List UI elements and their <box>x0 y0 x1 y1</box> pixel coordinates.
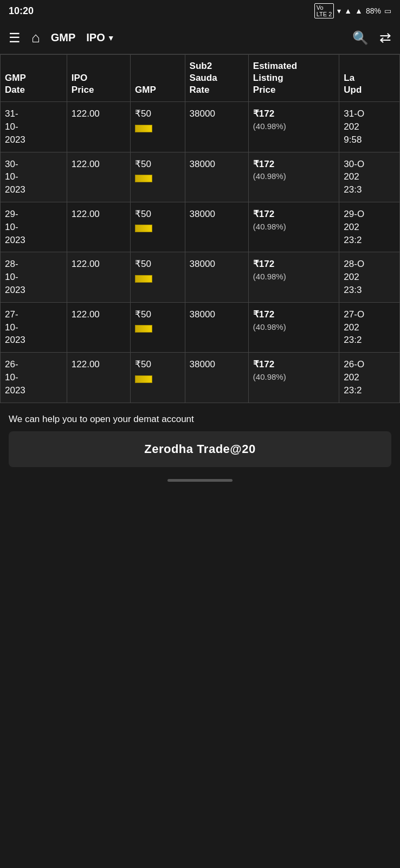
cell-ipo-price: 122.00 <box>67 353 130 403</box>
gmp-indicator <box>135 175 152 182</box>
cell-gmp: ₹50 <box>131 102 185 152</box>
cell-date: 29-10-2023 <box>1 202 67 252</box>
cell-ipo-price: 122.00 <box>67 202 130 252</box>
est-percent-value: (40.98%) <box>253 371 335 382</box>
ipo-dropdown[interactable]: IPO ▼ <box>86 31 114 44</box>
cell-ipo-price: 122.00 <box>67 302 130 352</box>
cell-sub2-rate: 38000 <box>185 252 248 302</box>
wifi-icon: ▾ <box>337 7 341 15</box>
cell-sub2-rate: 38000 <box>185 353 248 403</box>
col-header-last-upd: LaUpd <box>339 55 400 102</box>
est-percent-value: (40.98%) <box>253 120 335 132</box>
gmp-indicator <box>135 325 152 333</box>
signal-icon1: ▲ <box>344 7 352 15</box>
cell-ipo-price: 122.00 <box>67 102 130 152</box>
cell-ipo-price: 122.00 <box>67 152 130 202</box>
est-price-value: ₹172 <box>253 208 335 221</box>
cell-gmp: ₹50 <box>131 202 185 252</box>
ipo-label: IPO <box>86 31 105 44</box>
signal-icon2: ▲ <box>355 7 363 15</box>
est-percent-value: (40.98%) <box>253 321 335 333</box>
col-header-est-listing: EstimatedListingPrice <box>248 55 339 102</box>
table-row: 27-10-2023122.00₹5038000₹172(40.98%)27-O… <box>1 302 400 352</box>
cell-gmp: ₹50 <box>131 353 185 403</box>
cell-gmp: ₹50 <box>131 252 185 302</box>
cell-sub2-rate: 38000 <box>185 102 248 152</box>
cell-gmp: ₹50 <box>131 302 185 352</box>
cell-last-updated: 27-O20223:2 <box>339 302 400 352</box>
status-icons: VoLTE 2 ▾ ▲ ▲ 88% ▭ <box>314 3 391 18</box>
cell-ipo-price: 122.00 <box>67 252 130 302</box>
cell-date: 31-10-2023 <box>1 102 67 152</box>
cell-est-listing-price: ₹172(40.98%) <box>248 102 339 152</box>
table-row: 26-10-2023122.00₹5038000₹172(40.98%)26-O… <box>1 353 400 403</box>
swap-icon[interactable]: ⇄ <box>379 29 391 46</box>
cell-last-updated: 26-O20223:2 <box>339 353 400 403</box>
data-table-container: GMPDate IPOPrice GMP Sub2SaudaRate Estim… <box>0 54 400 403</box>
cell-date: 26-10-2023 <box>1 353 67 403</box>
cell-date: 28-10-2023 <box>1 252 67 302</box>
status-time: 10:20 <box>9 5 34 17</box>
cell-est-listing-price: ₹172(40.98%) <box>248 152 339 202</box>
home-icon[interactable]: ⌂ <box>31 29 40 46</box>
zerodha-button[interactable]: Zerodha Trade@20 <box>9 431 391 467</box>
lte-icon: VoLTE 2 <box>314 3 334 18</box>
cell-date: 27-10-2023 <box>1 302 67 352</box>
est-percent-value: (40.98%) <box>253 170 335 182</box>
cell-date: 30-10-2023 <box>1 152 67 202</box>
col-header-gmp: GMP <box>131 55 185 102</box>
gmp-value: ₹50 <box>135 258 180 271</box>
gmp-value: ₹50 <box>135 107 180 120</box>
search-icon[interactable]: 🔍 <box>352 30 369 46</box>
cell-est-listing-price: ₹172(40.98%) <box>248 302 339 352</box>
cell-last-updated: 30-O20223:3 <box>339 152 400 202</box>
cell-est-listing-price: ₹172(40.98%) <box>248 202 339 252</box>
gmp-value: ₹50 <box>135 208 180 221</box>
dropdown-icon: ▼ <box>107 34 115 42</box>
cell-last-updated: 28-O20223:3 <box>339 252 400 302</box>
gmp-value: ₹50 <box>135 158 180 171</box>
est-percent-value: (40.98%) <box>253 271 335 282</box>
cell-last-updated: 31-O2029:58 <box>339 102 400 152</box>
table-row: 30-10-2023122.00₹5038000₹172(40.98%)30-O… <box>1 152 400 202</box>
est-price-value: ₹172 <box>253 358 335 371</box>
cell-gmp: ₹50 <box>131 152 185 202</box>
cell-est-listing-price: ₹172(40.98%) <box>248 353 339 403</box>
cell-last-updated: 29-O20223:2 <box>339 202 400 252</box>
scroll-bar-area <box>0 473 400 489</box>
table-row: 28-10-2023122.00₹5038000₹172(40.98%)28-O… <box>1 252 400 302</box>
gmp-label[interactable]: GMP <box>51 31 76 44</box>
menu-icon[interactable]: ☰ <box>9 30 21 46</box>
cell-est-listing-price: ₹172(40.98%) <box>248 252 339 302</box>
table-header-row: GMPDate IPOPrice GMP Sub2SaudaRate Estim… <box>1 55 400 102</box>
est-price-value: ₹172 <box>253 158 335 171</box>
cell-sub2-rate: 38000 <box>185 202 248 252</box>
gmp-value: ₹50 <box>135 358 180 371</box>
status-bar: 10:20 VoLTE 2 ▾ ▲ ▲ 88% ▭ <box>0 0 400 22</box>
battery-text: 88% <box>366 7 381 15</box>
footer-help-text: We can help you to open your demat accou… <box>9 414 391 425</box>
gmp-table: GMPDate IPOPrice GMP Sub2SaudaRate Estim… <box>0 54 400 403</box>
est-price-value: ₹172 <box>253 308 335 321</box>
col-header-gmp-date: GMPDate <box>1 55 67 102</box>
cell-sub2-rate: 38000 <box>185 152 248 202</box>
col-header-ipo-price: IPOPrice <box>67 55 130 102</box>
gmp-value: ₹50 <box>135 308 180 321</box>
nav-right: 🔍 ⇄ <box>352 29 391 46</box>
gmp-indicator <box>135 225 152 232</box>
gmp-indicator <box>135 275 152 283</box>
table-row: 29-10-2023122.00₹5038000₹172(40.98%)29-O… <box>1 202 400 252</box>
est-price-value: ₹172 <box>253 107 335 120</box>
battery-icon: ▭ <box>384 7 391 15</box>
table-row: 31-10-2023122.00₹5038000₹172(40.98%)31-O… <box>1 102 400 152</box>
footer-banner: We can help you to open your demat accou… <box>0 403 400 473</box>
gmp-indicator <box>135 375 152 383</box>
col-header-sub2: Sub2SaudaRate <box>185 55 248 102</box>
scroll-indicator <box>167 479 233 482</box>
est-price-value: ₹172 <box>253 258 335 271</box>
cell-sub2-rate: 38000 <box>185 302 248 352</box>
est-percent-value: (40.98%) <box>253 221 335 232</box>
gmp-indicator <box>135 125 152 132</box>
nav-bar: ☰ ⌂ GMP IPO ▼ 🔍 ⇄ <box>0 22 400 54</box>
